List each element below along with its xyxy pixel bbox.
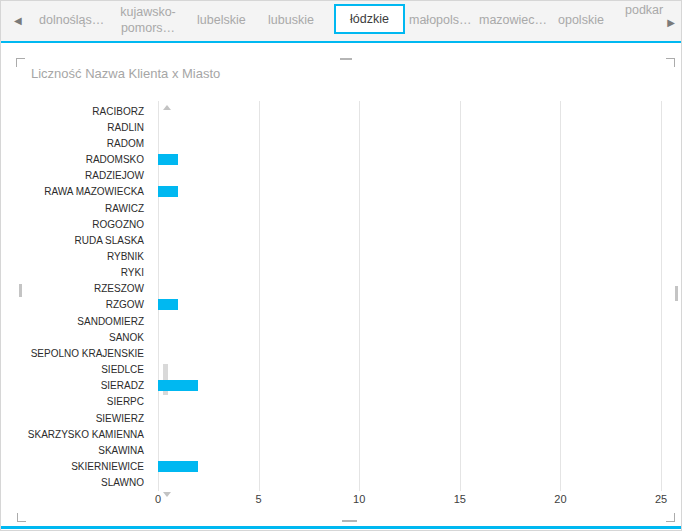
category-row: RUDA SLASKA: [16, 232, 673, 248]
category-row: ROGOZNO: [16, 216, 673, 232]
tab-dolnośląs[interactable]: dolnośląs…: [39, 13, 104, 27]
category-label: SEPOLNO KRAJENSKIE: [16, 348, 144, 359]
bar-area: [158, 281, 673, 297]
category-row: SANDOMIERZ: [16, 313, 673, 329]
category-row: RADOM: [16, 135, 673, 151]
tab-scroll-right-icon[interactable]: ▶: [667, 18, 675, 28]
category-label: SKAWINA: [16, 445, 144, 456]
category-label: SKIERNIEWICE: [16, 461, 144, 472]
category-row: RZESZOW: [16, 281, 673, 297]
chart-rows: RACIBORZRADLINRADOMRADOMSKORADZIEJOWRAWA…: [16, 103, 673, 491]
bar-area: [158, 378, 673, 394]
category-row: SIEWIERZ: [16, 410, 673, 426]
category-label: SKARZYSKO KAMIENNA: [16, 429, 144, 440]
bar-area: [158, 297, 673, 313]
bar-area: [158, 103, 673, 119]
category-label: RACIBORZ: [16, 106, 144, 117]
bar-area: [158, 410, 673, 426]
visual-handle-left[interactable]: [19, 284, 22, 297]
tab-małopols[interactable]: małopols…: [409, 13, 472, 27]
category-row: RAWICZ: [16, 200, 673, 216]
category-label: SIERPC: [16, 396, 144, 407]
bar-area: [158, 151, 673, 167]
category-row: RYBNIK: [16, 248, 673, 264]
visual-handle-top[interactable]: [340, 58, 352, 60]
bar[interactable]: [158, 380, 198, 391]
bar-area: [158, 248, 673, 264]
region-tab-strip: ◀ dolnośląs…kujawsko-pomors…lubelskielub…: [1, 1, 681, 43]
bar-area: [158, 345, 673, 361]
category-label: SLAWNO: [16, 477, 144, 488]
x-tick-label: 15: [454, 493, 466, 505]
tab-lubelskie[interactable]: lubelskie: [197, 13, 246, 27]
x-tick-label: 0: [155, 493, 161, 505]
x-tick-label: 25: [655, 493, 667, 505]
category-row: SKAWINA: [16, 442, 673, 458]
bar[interactable]: [158, 299, 178, 310]
report-window: ◀ dolnośląs…kujawsko-pomors…lubelskielub…: [0, 0, 682, 531]
category-label: RZGOW: [16, 299, 144, 310]
x-tick-label: 20: [554, 493, 566, 505]
bar-area: [158, 426, 673, 442]
category-label: RZESZOW: [16, 283, 144, 294]
bar-area: [158, 442, 673, 458]
category-row: RAWA MAZOWIECKA: [16, 184, 673, 200]
category-label: RADOMSKO: [16, 154, 144, 165]
bar-area: [158, 458, 673, 474]
category-label: ROGOZNO: [16, 219, 144, 230]
visual-handle-right[interactable]: [675, 286, 678, 301]
tab-kujawsko-pomors[interactable]: kujawsko-pomors…: [113, 5, 183, 36]
tab-podkar[interactable]: podkar: [625, 3, 663, 17]
category-label: SANDOMIERZ: [16, 316, 144, 327]
bar[interactable]: [158, 186, 178, 197]
bar-chart-visual[interactable]: Liczność Nazwa Klienta x Miasto RACIBORZ…: [16, 58, 674, 522]
visual-handle-bottom-left[interactable]: [17, 513, 26, 522]
bar[interactable]: [158, 154, 178, 165]
category-row: RYKI: [16, 265, 673, 281]
x-tick-label: 10: [353, 493, 365, 505]
bar-area: [158, 216, 673, 232]
category-label: SIEWIERZ: [16, 413, 144, 424]
x-axis: 0510152025: [16, 491, 674, 507]
x-tick-label: 5: [256, 493, 262, 505]
category-label: SANOK: [16, 332, 144, 343]
category-row: SEPOLNO KRAJENSKIE: [16, 345, 673, 361]
bar[interactable]: [158, 461, 198, 472]
bar-area: [158, 119, 673, 135]
category-row: SKARZYSKO KAMIENNA: [16, 426, 673, 442]
visual-handle-top-left[interactable]: [16, 58, 25, 67]
bar-area: [158, 313, 673, 329]
category-row: RADZIEJOW: [16, 168, 673, 184]
category-label: RYKI: [16, 267, 144, 278]
category-row: SLAWNO: [16, 475, 673, 491]
category-label: RUDA SLASKA: [16, 235, 144, 246]
bar-area: [158, 200, 673, 216]
category-row: RADOMSKO: [16, 151, 673, 167]
tab-lubuskie[interactable]: lubuskie: [268, 13, 314, 27]
category-label: SIEDLCE: [16, 364, 144, 375]
category-row: RADLIN: [16, 119, 673, 135]
bar-area: [158, 135, 673, 151]
category-label: RADZIEJOW: [16, 170, 144, 181]
category-row: RZGOW: [16, 297, 673, 313]
bar-area: [158, 184, 673, 200]
tab-mazowiec[interactable]: mazowiec…: [479, 13, 547, 27]
category-row: SANOK: [16, 329, 673, 345]
bar-area: [158, 168, 673, 184]
bar-area: [158, 394, 673, 410]
visual-handle-bottom[interactable]: [342, 520, 357, 522]
category-label: RAWICZ: [16, 203, 144, 214]
category-row: SKIERNIEWICE: [16, 458, 673, 474]
bar-area: [158, 265, 673, 281]
bar-area: [158, 329, 673, 345]
tab-list: dolnośląs…kujawsko-pomors…lubelskielubus…: [1, 1, 681, 41]
visual-handle-bottom-right[interactable]: [666, 513, 675, 522]
tab-opolskie[interactable]: opolskie: [558, 13, 604, 27]
visual-handle-top-right[interactable]: [666, 58, 675, 67]
bar-area: [158, 232, 673, 248]
bottom-accent-line: [1, 526, 681, 529]
category-label: RADLIN: [16, 122, 144, 133]
category-label: RYBNIK: [16, 251, 144, 262]
category-label: SIERADZ: [16, 380, 144, 391]
tab-łódzkie[interactable]: łódzkie: [334, 4, 405, 34]
